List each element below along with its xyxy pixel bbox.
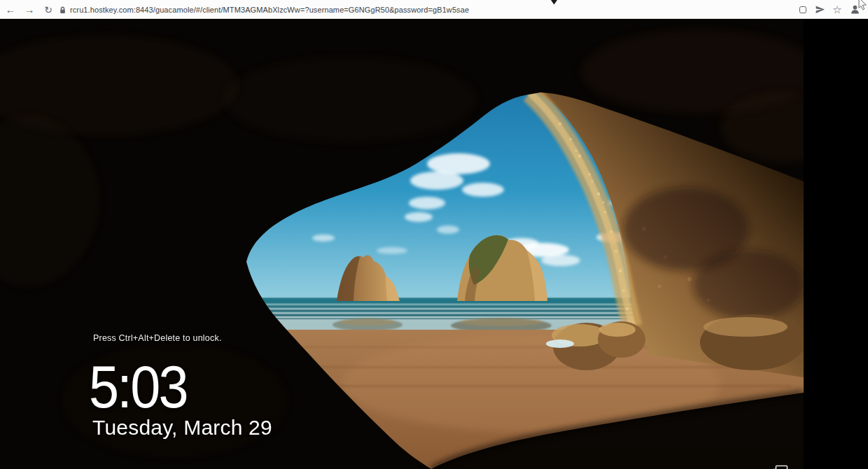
browser-window: ← → ↻ rcru1.hostkey.com:8443/guacamole/#… <box>0 0 868 469</box>
forward-arrow-icon[interactable]: → <box>22 0 37 19</box>
paper-plane-icon[interactable] <box>814 0 827 19</box>
star-icon[interactable]: ☆ <box>831 0 844 19</box>
mouse-cursor-icon <box>857 0 868 11</box>
lock-screen-clock: 5:03 <box>89 356 187 416</box>
remote-desktop-screen[interactable]: Press Ctrl+Alt+Delete to unlock. 5:03 Tu… <box>0 19 868 469</box>
sea <box>248 297 648 321</box>
mouse-cursor-partial-icon <box>550 0 559 6</box>
lock-screen-date: Tuesday, March 29 <box>92 416 272 440</box>
tab-square-icon[interactable] <box>797 0 809 19</box>
padlock-icon[interactable] <box>59 5 66 18</box>
url-bar[interactable]: rcru1.hostkey.com:8443/guacamole/#/clien… <box>70 0 469 19</box>
browser-toolbar: ← → ↻ rcru1.hostkey.com:8443/guacamole/#… <box>0 0 868 19</box>
back-arrow-icon[interactable]: ← <box>3 0 18 19</box>
unlock-message: Press Ctrl+Alt+Delete to unlock. <box>93 333 222 343</box>
network-icon[interactable] <box>770 463 790 469</box>
reload-icon[interactable]: ↻ <box>41 0 56 19</box>
